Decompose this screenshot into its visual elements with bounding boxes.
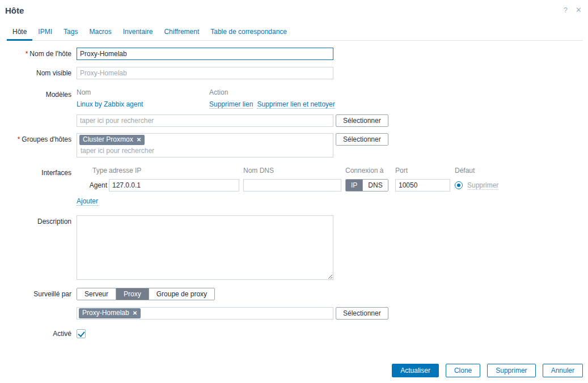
description-label: Description (5, 215, 71, 282)
row-description: Description (5, 215, 583, 282)
clone-button[interactable]: Clone (446, 364, 480, 377)
chip-label: Proxy-Homelab (82, 309, 129, 317)
tab-hote[interactable]: Hôte (7, 25, 32, 41)
selected-chip: Cluster Proxmox ✕ (79, 135, 145, 145)
connect-dns-option[interactable]: DNS (363, 180, 387, 191)
proxy-select-button[interactable]: Sélectionner (336, 307, 388, 320)
add-interface-link[interactable]: Ajouter (77, 197, 98, 206)
host-form: *Nom de l'hôte Nom visible Modèles Nom A… (5, 41, 583, 340)
dialog-title: Hôte (5, 6, 24, 15)
col-dns: Nom DNS (243, 167, 345, 175)
interface-ip-input[interactable] (109, 179, 239, 191)
cancel-button[interactable]: Annuler (543, 364, 583, 377)
monitored-by-label: Surveillé par (5, 288, 71, 300)
tab-table-correspondance[interactable]: Table de correspondance (205, 25, 293, 41)
interfaces-table-header: Type adresse IP Nom DNS Connexion à Port… (77, 167, 583, 175)
remove-chip-icon[interactable]: ✕ (137, 135, 141, 144)
visible-name-input[interactable] (77, 67, 333, 79)
col-port: Port (395, 167, 455, 175)
update-button[interactable]: Actualiser (392, 364, 439, 377)
required-asterisk: * (26, 50, 28, 58)
row-host-groups: *Groupes d'hôtes Cluster Proxmox ✕ taper… (5, 133, 583, 158)
tab-macros[interactable]: Macros (83, 25, 117, 41)
col-ip: adresse IP (109, 167, 243, 175)
tab-chiffrement[interactable]: Chiffrement (158, 25, 205, 41)
delete-button[interactable]: Supprimer (487, 364, 535, 377)
interface-row-agent: Agent IP DNS (77, 179, 583, 191)
col-connect: Connexion à (345, 167, 395, 175)
host-name-input[interactable] (77, 48, 333, 60)
host-name-label: *Nom de l'hôte (5, 48, 71, 60)
row-visible-name: Nom visible (5, 67, 583, 79)
host-groups-search-placeholder: taper ici pour rechercher (79, 145, 331, 155)
template-search-input[interactable] (77, 114, 333, 127)
host-groups-multiselect[interactable]: Cluster Proxmox ✕ taper ici pour recherc… (77, 133, 333, 158)
remove-chip-icon[interactable]: ✕ (133, 309, 137, 317)
templates-col-action: Action (209, 88, 228, 96)
templates-table-header: Nom Action (77, 88, 388, 96)
description-textarea[interactable] (77, 215, 333, 280)
template-link[interactable]: Linux by Zabbix agent (77, 100, 143, 108)
host-config-dialog: Hôte ? ✕ Hôte IPMI Tags Macros Inventair… (0, 0, 588, 383)
row-proxy-select: Proxy-Homelab ✕ Sélectionner (5, 307, 583, 320)
template-select-button[interactable]: Sélectionner (336, 114, 388, 127)
row-host-name: *Nom de l'hôte (5, 48, 583, 60)
interface-port-input[interactable] (395, 179, 450, 191)
monitored-by-proxy-option[interactable]: Proxy (116, 288, 149, 300)
tab-tags[interactable]: Tags (58, 25, 83, 41)
connect-to-toggle: IP DNS (345, 179, 388, 191)
unlink-clear-template-link[interactable]: Supprimer lien et nettoyer (257, 100, 335, 109)
row-monitored-by: Surveillé par Serveur Proxy Groupe de pr… (5, 288, 583, 300)
monitored-by-proxy-group-option[interactable]: Groupe de proxy (149, 288, 214, 300)
dialog-header: Hôte ? ✕ (5, 0, 583, 15)
interface-type: Agent (77, 181, 109, 189)
interface-dns-input[interactable] (243, 179, 341, 191)
col-type: Type (77, 167, 109, 175)
monitored-by-serveur-option[interactable]: Serveur (77, 288, 116, 300)
host-groups-select-button[interactable]: Sélectionner (336, 133, 388, 146)
tab-bar: Hôte IPMI Tags Macros Inventaire Chiffre… (5, 25, 583, 41)
selected-chip: Proxy-Homelab ✕ (79, 308, 141, 318)
enabled-label: Activé (5, 328, 71, 340)
proxy-multiselect[interactable]: Proxy-Homelab ✕ (77, 307, 333, 320)
col-default: Défaut (455, 167, 583, 175)
interfaces-label: Interfaces (5, 167, 71, 205)
tab-ipmi[interactable]: IPMI (32, 25, 58, 41)
templates-label: Modèles (5, 88, 71, 127)
row-templates: Modèles Nom Action Linux by Zabbix agent… (5, 88, 583, 127)
host-groups-label: *Groupes d'hôtes (5, 133, 71, 158)
connect-ip-option[interactable]: IP (346, 180, 363, 191)
default-interface-radio[interactable] (455, 181, 463, 189)
close-icon[interactable]: ✕ (576, 6, 582, 14)
remove-interface-link: Supprimer (467, 181, 498, 190)
template-row: Linux by Zabbix agent Supprimer lien Sup… (77, 100, 388, 109)
enabled-checkbox[interactable] (77, 329, 86, 338)
templates-col-name: Nom (77, 88, 209, 96)
dialog-footer: Actualiser Clone Supprimer Annuler (392, 364, 583, 377)
header-icons: ? ✕ (564, 6, 582, 14)
help-icon[interactable]: ? (564, 6, 568, 14)
monitored-by-segmented-control: Serveur Proxy Groupe de proxy (77, 288, 215, 300)
unlink-template-link[interactable]: Supprimer lien (209, 100, 253, 109)
row-interfaces: Interfaces Type adresse IP Nom DNS Conne… (5, 167, 583, 205)
visible-name-label: Nom visible (5, 67, 71, 79)
chip-label: Cluster Proxmox (83, 135, 133, 144)
required-asterisk: * (18, 135, 20, 143)
tab-inventaire[interactable]: Inventaire (117, 25, 159, 41)
row-enabled: Activé (5, 328, 583, 340)
